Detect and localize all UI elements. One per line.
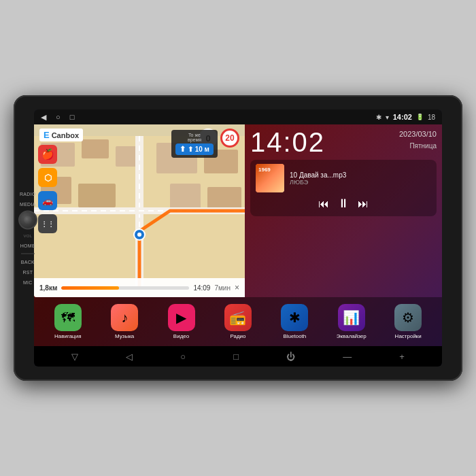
rst-button[interactable]: RST (20, 269, 35, 276)
app-icon-radio: 📻 (224, 304, 252, 331)
divider (21, 254, 35, 254)
bottom-nav: ▽◁○□⏻—+ (34, 346, 442, 367)
grid-icon[interactable]: ⋮⋮ (38, 214, 57, 233)
canbox-logo: E Canbox (39, 129, 83, 141)
bottom-nav-btn-1[interactable]: ◁ (122, 350, 137, 363)
album-year-label: 1969 (258, 167, 271, 173)
back-button[interactable]: BACK (19, 258, 37, 266)
status-right: ✱ ▾ 14:02 🔋 18 (376, 113, 435, 121)
bottom-nav-btn-3[interactable]: □ (229, 350, 243, 363)
music-info-row: 1969 10 Давай за...mp3 ЛЮБЭ (256, 164, 431, 192)
bottom-nav-btn-5[interactable]: — (339, 350, 356, 363)
car-display-device: RADIO MEDIA VOL HOME BACK RST MIC ◀ ○ □ … (14, 95, 462, 381)
canbox-e-letter: E (44, 130, 50, 140)
app-label-nav: Навигация (54, 333, 82, 339)
media-button[interactable]: MEDIA (18, 201, 38, 208)
app-item-settings[interactable]: ⚙Настройки (389, 304, 427, 339)
app-label-equalizer: Эквалайзер (337, 333, 367, 339)
music-widget: 1969 10 Давай за...mp3 ЛЮБЭ ⏮ ⏸ ⏭ (250, 160, 437, 216)
status-bar: ◀ ○ □ ✱ ▾ 14:02 🔋 18 (34, 109, 442, 124)
app-label-bluetooth: Bluetooth (283, 333, 306, 339)
status-time: 14:02 (393, 113, 412, 121)
app-icon-music: ♪ (111, 304, 138, 331)
app-icon-bluetooth: ✱ (281, 304, 308, 331)
app-label-settings: Настройки (395, 333, 422, 339)
app-label-music: Музыка (115, 333, 134, 339)
bottom-nav-btn-6[interactable]: + (395, 350, 409, 363)
svg-rect-8 (170, 184, 201, 211)
app-label-video: Видео (173, 333, 189, 339)
svg-point-15 (137, 233, 141, 237)
side-controls: RADIO MEDIA VOL HOME BACK RST MIC (18, 190, 38, 286)
music-artist: ЛЮБЭ (290, 179, 431, 186)
app-grid: 🗺Навигация♪Музыка▶Видео📻Радио✱Bluetooth📊… (34, 297, 442, 346)
bluetooth-status-icon: ✱ (376, 114, 381, 121)
album-art: 1969 (256, 164, 284, 192)
app-item-music[interactable]: ♪Музыка (105, 304, 143, 339)
route-bar: 1,8км 14:09 7мин × (34, 278, 245, 297)
app-icon-nav: 🗺 (54, 304, 82, 331)
date-display: 2023/03/10 (399, 129, 437, 141)
route-time-current: 14:09 (193, 284, 210, 292)
route-progress-bar (61, 286, 189, 290)
waze-icon[interactable]: ⬡ (38, 168, 57, 187)
home-nav-icon[interactable]: ○ (56, 113, 61, 121)
instruction-label: То жевремя (175, 133, 214, 142)
play-pause-button[interactable]: ⏸ (337, 197, 350, 211)
main-content: E Canbox 0 20 То жевремя ⬆⬆ 10 м (34, 124, 442, 346)
big-clock: 14:02 (250, 129, 325, 156)
svg-rect-2 (82, 139, 109, 158)
speed-limit: 20 (220, 129, 239, 148)
clock-row: 14:02 2023/03/10 Пятница (250, 129, 437, 156)
nav-icons: ◀ ○ □ (41, 113, 74, 122)
svg-rect-9 (207, 187, 241, 211)
route-distance: 1,8км (39, 284, 57, 292)
app-item-video[interactable]: ▶Видео (163, 304, 201, 339)
battery-level: 18 (428, 114, 435, 121)
volume-knob-inner (24, 216, 32, 224)
bottom-nav-btn-0[interactable]: ▽ (67, 350, 82, 363)
date-info: 2023/03/10 Пятница (399, 129, 437, 152)
carplay-icon[interactable]: 🍎 (38, 145, 57, 164)
main-screen: ◀ ○ □ ✱ ▾ 14:02 🔋 18 (34, 109, 442, 367)
app-icon-equalizer: 📊 (338, 304, 365, 331)
home-button[interactable]: HOME (18, 242, 37, 250)
app-label-radio: Радио (230, 333, 245, 339)
app-item-radio[interactable]: 📻Радио (219, 304, 257, 339)
battery-icon: 🔋 (416, 114, 424, 120)
music-title: 10 Давай за...mp3 (290, 171, 431, 179)
back-nav-icon[interactable]: ◀ (41, 113, 46, 122)
next-track-button[interactable]: ⏭ (358, 198, 369, 210)
app-icon-settings: ⚙ (394, 304, 422, 331)
radio-button[interactable]: RADIO (18, 190, 38, 198)
bottom-nav-btn-4[interactable]: ⏻ (282, 350, 299, 363)
svg-rect-5 (78, 184, 116, 207)
weekday-display: Пятница (399, 141, 437, 152)
mic-button[interactable]: MIC (21, 279, 35, 286)
route-progress-fill (61, 286, 119, 290)
app-item-nav[interactable]: 🗺Навигация (49, 304, 87, 339)
car-icon[interactable]: 🚗 (38, 191, 57, 210)
app-item-bluetooth[interactable]: ✱Bluetooth (275, 304, 313, 339)
canbox-text: Canbox (52, 131, 79, 139)
navigation-instruction: То жевремя ⬆⬆ 10 м (171, 130, 218, 158)
top-row: E Canbox 0 20 То жевремя ⬆⬆ 10 м (34, 124, 442, 297)
music-info: 10 Давай за...mp3 ЛЮБЭ (290, 171, 431, 186)
app-icon-video: ▶ (168, 304, 195, 331)
bottom-nav-btn-2[interactable]: ○ (176, 350, 190, 363)
right-panel: 14:02 2023/03/10 Пятница 1969 (245, 124, 442, 297)
map-area[interactable]: E Canbox 0 20 То жевремя ⬆⬆ 10 м (34, 124, 245, 297)
instruction-distance: ⬆⬆ 10 м (175, 143, 214, 155)
left-app-column: 🍎 ⬡ 🚗 ⋮⋮ (38, 145, 57, 233)
prev-track-button[interactable]: ⏮ (318, 198, 329, 210)
music-controls: ⏮ ⏸ ⏭ (256, 195, 431, 212)
volume-knob[interactable] (18, 211, 37, 230)
app-item-equalizer[interactable]: 📊Эквалайзер (333, 304, 371, 339)
vol-label: VOL (21, 233, 34, 239)
wifi-status-icon: ▾ (386, 114, 389, 121)
route-time-remaining: 7мин (214, 284, 231, 292)
recent-nav-icon[interactable]: □ (70, 113, 75, 121)
route-close-btn[interactable]: × (235, 283, 239, 292)
